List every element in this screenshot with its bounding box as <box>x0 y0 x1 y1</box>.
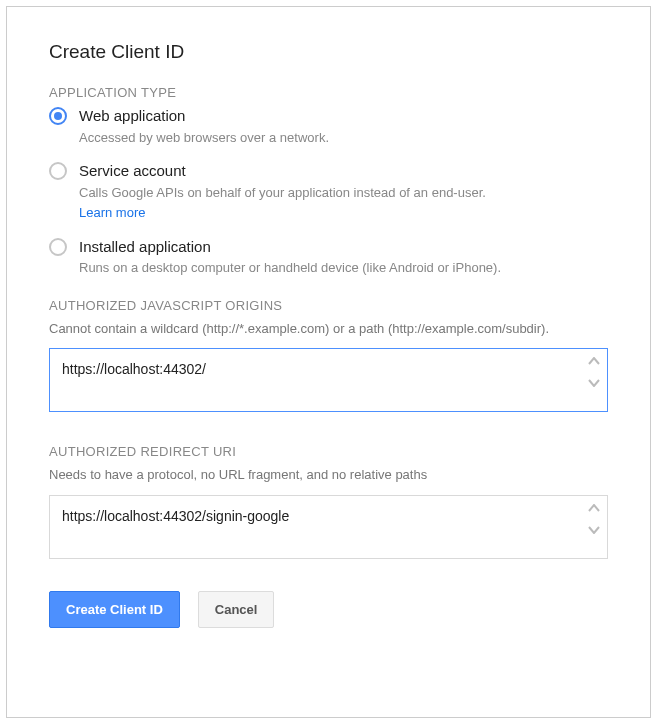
redirect-uri-input[interactable] <box>49 495 608 559</box>
cancel-button[interactable]: Cancel <box>198 591 275 628</box>
radio-label: Service account <box>79 161 608 181</box>
textarea-spinner <box>586 354 602 390</box>
radio-icon <box>49 107 67 125</box>
spin-up-icon[interactable] <box>586 354 602 368</box>
dialog-buttons: Create Client ID Cancel <box>49 591 608 628</box>
create-client-id-dialog: Create Client ID APPLICATION TYPE Web ap… <box>6 6 651 718</box>
textarea-spinner <box>586 501 602 537</box>
redirect-uri-label: AUTHORIZED REDIRECT URI <box>49 444 608 459</box>
radio-desc: Runs on a desktop computer or handheld d… <box>79 258 608 278</box>
application-type-label: APPLICATION TYPE <box>49 85 608 100</box>
spin-down-icon[interactable] <box>586 523 602 537</box>
js-origins-desc: Cannot contain a wildcard (http://*.exam… <box>49 319 608 339</box>
radio-desc: Accessed by web browsers over a network. <box>79 128 608 148</box>
dialog-title: Create Client ID <box>49 41 608 63</box>
radio-service-account[interactable]: Service account Calls Google APIs on beh… <box>49 161 608 223</box>
radio-label: Installed application <box>79 237 608 257</box>
radio-desc: Calls Google APIs on behalf of your appl… <box>79 183 608 223</box>
application-type-group: Web application Accessed by web browsers… <box>49 106 608 278</box>
js-origins-label: AUTHORIZED JAVASCRIPT ORIGINS <box>49 298 608 313</box>
redirect-uri-desc: Needs to have a protocol, no URL fragmen… <box>49 465 608 485</box>
radio-web-application[interactable]: Web application Accessed by web browsers… <box>49 106 608 147</box>
radio-icon <box>49 162 67 180</box>
js-origins-input[interactable] <box>49 348 608 412</box>
radio-icon <box>49 238 67 256</box>
spin-down-icon[interactable] <box>586 376 602 390</box>
radio-label: Web application <box>79 106 608 126</box>
create-button[interactable]: Create Client ID <box>49 591 180 628</box>
learn-more-link[interactable]: Learn more <box>79 203 145 223</box>
radio-installed-application[interactable]: Installed application Runs on a desktop … <box>49 237 608 278</box>
spin-up-icon[interactable] <box>586 501 602 515</box>
